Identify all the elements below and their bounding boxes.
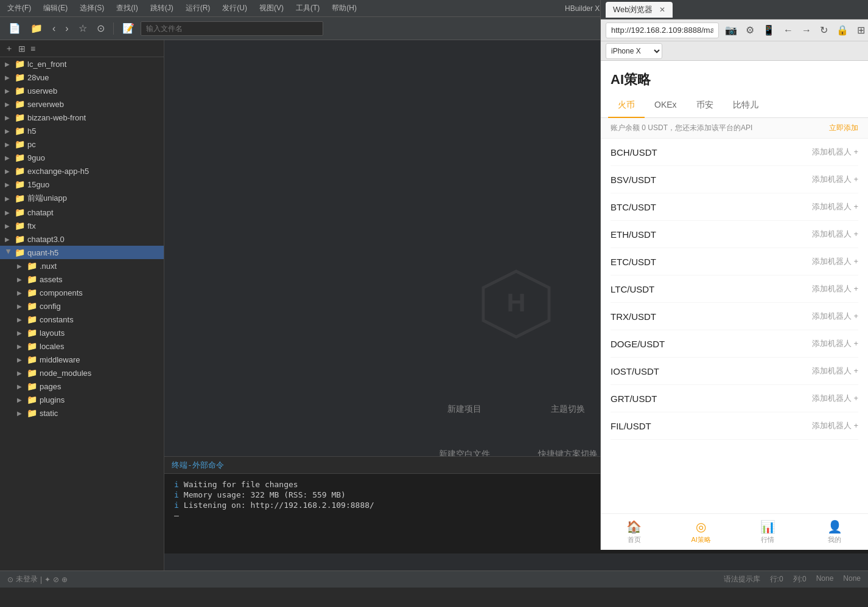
menu-select[interactable]: 选择(S): [77, 2, 107, 15]
tree-item-uniapp[interactable]: ▶📁前端uniapp: [0, 191, 164, 206]
sidebar-add-button[interactable]: ＋: [5, 43, 13, 54]
tree-item-node-modules[interactable]: ▶📁node_modules: [12, 366, 164, 380]
tree-item-locales[interactable]: ▶📁locales: [12, 339, 164, 353]
toolbar-separator: [113, 23, 114, 35]
tree-item-lc-en-front[interactable]: ▶📁lc_en_front: [0, 57, 164, 71]
file-icon-button[interactable]: 📝: [119, 20, 138, 36]
tree-item-15guo[interactable]: ▶📁15guo: [0, 178, 164, 191]
bookmark-button[interactable]: ☆: [75, 20, 91, 36]
notice-link[interactable]: 立即添加: [829, 123, 858, 133]
back-nav-button[interactable]: ←: [781, 24, 796, 37]
tree-item-static[interactable]: ▶📁static: [12, 406, 164, 420]
add-robot-grt[interactable]: 添加机器人 +: [812, 393, 858, 404]
tree-item-assets[interactable]: ▶📁assets: [12, 272, 164, 286]
editor-watermark: H: [480, 268, 553, 343]
url-input[interactable]: [606, 23, 719, 38]
screenshot-button[interactable]: 📷: [723, 23, 740, 37]
new-file-button[interactable]: 📄: [5, 20, 24, 36]
notice-text: 账户余额 0 USDT，您还未添加该平台的API: [611, 123, 752, 133]
add-robot-btc[interactable]: 添加机器人 +: [812, 201, 858, 212]
more-button[interactable]: ⊞: [855, 23, 867, 37]
market-row-ltc: LTC/USDT 添加机器人 +: [611, 276, 858, 303]
tree-item-exchange[interactable]: ▶📁exchange-app-h5: [0, 164, 164, 178]
tree-item-constants[interactable]: ▶📁constants: [12, 313, 164, 326]
history-button[interactable]: ⊙: [93, 20, 108, 36]
tree-item-chatapt[interactable]: ▶📁chatapt: [0, 206, 164, 219]
add-robot-trx[interactable]: 添加机器人 +: [812, 311, 858, 322]
menu-jump[interactable]: 跳转(J): [148, 2, 176, 15]
tree-item-plugins[interactable]: ▶📁plugins: [12, 393, 164, 406]
add-robot-fil[interactable]: 添加机器人 +: [812, 420, 858, 431]
refresh-button[interactable]: ↻: [817, 23, 830, 37]
tree-item-quant-h5[interactable]: ▶📁quant-h5: [0, 246, 164, 259]
add-robot-bch[interactable]: 添加机器人 +: [812, 147, 858, 158]
pair-grt: GRT/USDT: [611, 394, 657, 404]
nav-market[interactable]: 📊 行情: [735, 519, 802, 544]
terminal-tab[interactable]: 终端-外部命令: [172, 460, 224, 471]
browser-close-button[interactable]: ✕: [659, 5, 665, 14]
market-row-eth: ETH/USDT 添加机器人 +: [611, 221, 858, 248]
add-robot-eth[interactable]: 添加机器人 +: [812, 229, 858, 240]
open-file-button[interactable]: 📁: [27, 20, 46, 36]
tree-item-nuxt[interactable]: ▶📁.nuxt: [12, 259, 164, 272]
pair-iost: IOST/USDT: [611, 366, 659, 376]
tree-item-9guo[interactable]: ▶📁9guo: [0, 151, 164, 164]
browser-tab[interactable]: Web浏览器 ✕: [606, 2, 673, 18]
menu-edit[interactable]: 编辑(E): [41, 2, 70, 15]
tree-item-userweb[interactable]: ▶📁userweb: [0, 84, 164, 97]
tree-item-middleware[interactable]: ▶📁middleware: [12, 353, 164, 366]
menu-release[interactable]: 发行(U): [220, 2, 250, 15]
terminal-prompt: —: [174, 511, 179, 520]
file-search-input[interactable]: [141, 21, 323, 36]
home-icon: 🏠: [626, 519, 642, 534]
menu-find[interactable]: 查找(I): [114, 2, 140, 15]
menu-view[interactable]: 视图(V): [257, 2, 286, 15]
nav-profile-label: 我的: [828, 535, 841, 544]
tree-item-ftx[interactable]: ▶📁ftx: [0, 219, 164, 232]
nav-ai[interactable]: ◎ AI策略: [668, 519, 735, 544]
market-row-doge: DOGE/USDT 添加机器人 +: [611, 330, 858, 358]
forward-nav-button[interactable]: →: [799, 24, 814, 37]
web-browser-panel: Web浏览器 ✕ 📷 ⚙ 📱 ← → ↻ 🔒 ⊞ iPhone X iPhone…: [600, 0, 868, 550]
add-robot-doge[interactable]: 添加机器人 +: [812, 338, 858, 349]
tab-binance[interactable]: 币安: [687, 94, 723, 118]
tree-item-28vue[interactable]: ▶📁28vue: [0, 71, 164, 84]
pair-doge: DOGE/USDT: [611, 339, 665, 349]
device-select[interactable]: iPhone X iPhone 12 iPad Galaxy S20: [606, 43, 662, 59]
sidebar-grid-button[interactable]: ⊞: [18, 44, 26, 54]
tree-item-components[interactable]: ▶📁components: [12, 286, 164, 299]
add-robot-bsv[interactable]: 添加机器人 +: [812, 174, 858, 185]
tree-item-pc[interactable]: ▶📁pc: [0, 137, 164, 151]
menu-help[interactable]: 帮助(H): [329, 2, 359, 15]
add-robot-etc[interactable]: 添加机器人 +: [812, 256, 858, 267]
tree-item-h5[interactable]: ▶📁h5: [0, 124, 164, 137]
menu-file[interactable]: 文件(F): [5, 2, 33, 15]
theme-switch-action[interactable]: 主题切换: [528, 399, 607, 420]
settings-button[interactable]: ⚙: [743, 23, 757, 37]
tree-item-layouts[interactable]: ▶📁layouts: [12, 326, 164, 339]
tree-item-chatapt3[interactable]: ▶📁chatapt3.0: [0, 232, 164, 246]
pair-trx: TRX/USDT: [611, 311, 656, 322]
nav-home[interactable]: 🏠 首页: [601, 519, 668, 544]
login-status[interactable]: 未登录: [16, 574, 38, 584]
menu-tools[interactable]: 工具(T): [293, 2, 322, 15]
add-robot-iost[interactable]: 添加机器人 +: [812, 366, 858, 376]
market-icon: 📊: [760, 519, 775, 534]
status-left: ⊙ 未登录 | ✦ ⊘ ⊕: [7, 574, 68, 584]
tree-item-bizzan[interactable]: ▶📁bizzan-web-front: [0, 111, 164, 124]
new-project-action[interactable]: 新建项目: [425, 399, 504, 420]
sidebar-menu-button[interactable]: ≡: [30, 44, 35, 54]
tab-biter[interactable]: 比特儿: [723, 94, 768, 118]
add-robot-ltc[interactable]: 添加机器人 +: [812, 283, 858, 294]
tab-huobi[interactable]: 火币: [608, 94, 645, 118]
tree-item-pages[interactable]: ▶📁pages: [12, 380, 164, 393]
device-button[interactable]: 📱: [760, 23, 777, 37]
tree-item-config[interactable]: ▶📁config: [12, 299, 164, 313]
tree-item-serverweb[interactable]: ▶📁serverweb: [0, 97, 164, 111]
forward-button[interactable]: ›: [61, 21, 72, 36]
nav-profile[interactable]: 👤 我的: [801, 519, 868, 544]
menu-run[interactable]: 运行(R): [183, 2, 213, 15]
lock-button[interactable]: 🔒: [834, 23, 851, 37]
back-button[interactable]: ‹: [49, 21, 59, 36]
tab-okex[interactable]: OKEx: [645, 94, 687, 118]
